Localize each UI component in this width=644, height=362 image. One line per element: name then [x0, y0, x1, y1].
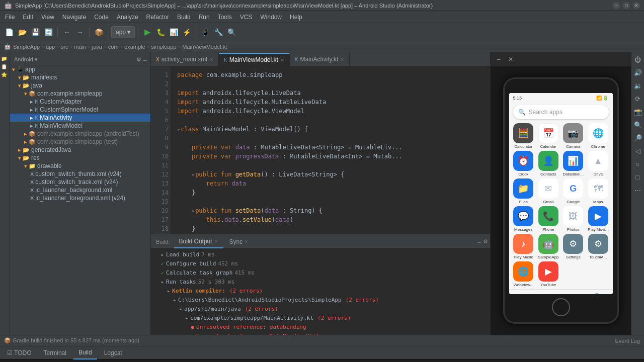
tab-close-kt[interactable]: ✕ [280, 57, 284, 63]
profile-button[interactable]: ⚡ [181, 26, 193, 38]
tree-java[interactable]: ▾ 📂 java [10, 81, 150, 89]
taskbar-start[interactable]: ⊞ [4, 360, 22, 363]
app-sample-app[interactable]: 🤖 SampleApp [537, 234, 560, 259]
tree-manifests[interactable]: ▾ 📂 manifests [10, 73, 150, 81]
rt-zoom-in-icon[interactable]: 🔍 [633, 120, 643, 130]
breadcrumb-simpleapp[interactable]: SimpleApp [13, 44, 40, 50]
tree-res[interactable]: ▾ 📂 res [10, 154, 150, 162]
app-maps[interactable]: 🗺 Maps [587, 178, 610, 204]
menu-analyze[interactable]: Analyze [114, 13, 141, 22]
breadcrumb-java[interactable]: java [92, 44, 102, 50]
app-play-music[interactable]: ♪ Play Music [512, 234, 535, 259]
tab-build-output[interactable]: Build Output ✕ [174, 235, 223, 248]
tree-ic-fg[interactable]: X ic_launcher_foreground.xml (v24) [10, 194, 150, 202]
tree-hide-icon[interactable]: – [143, 57, 146, 63]
taskbar-intellij[interactable]: 📝 [147, 360, 166, 363]
open-button[interactable]: 📂 [16, 26, 28, 38]
app-gmail[interactable]: ✉ Gmail [537, 178, 560, 204]
taskbar-android-studio[interactable]: 🤖 [127, 360, 145, 363]
app-phone[interactable]: 📞 Phone [537, 206, 560, 232]
breadcrumb-main[interactable]: main [74, 44, 86, 50]
phone-home-button[interactable] [552, 298, 570, 316]
tab-close-xml[interactable]: ✕ [209, 57, 213, 62]
tree-ic-bg[interactable]: X ic_launcher_background.xml [10, 186, 150, 194]
rt-rotate-icon[interactable]: ⟳ [633, 94, 643, 104]
forward-button[interactable]: → [74, 26, 86, 38]
tree-main-viewmodel[interactable]: ▸ K MainViewModel [10, 122, 150, 130]
menu-window[interactable]: Window [257, 13, 285, 22]
taskbar-search[interactable]: 🔍 [24, 360, 42, 363]
breadcrumb-src[interactable]: src [61, 44, 68, 50]
em-close[interactable]: ✕ [506, 54, 516, 64]
build-output-close[interactable]: ✕ [214, 239, 218, 244]
rt-back-icon[interactable]: ◁ [633, 146, 643, 156]
event-log-button[interactable]: Event Log [615, 338, 640, 344]
taskbar-badge[interactable]: 99+ [168, 360, 186, 363]
run-button[interactable]: ▶ [141, 26, 153, 38]
rt-zoom-out-icon[interactable]: 🔎 [633, 133, 643, 143]
tab-build[interactable]: Build [73, 346, 97, 359]
favorites-icon[interactable]: ⭐ [0, 70, 8, 78]
bottom-minimize-icon[interactable]: – [478, 239, 481, 245]
tab-todo[interactable]: ☑ TODO [2, 346, 37, 359]
tree-main-activity[interactable]: ▸ K MainActivity [10, 114, 150, 122]
tree-switch-track[interactable]: X custom_switch_track.xml (v24) [10, 178, 150, 186]
rt-screenshot-icon[interactable]: 📸 [633, 107, 643, 117]
app-files[interactable]: 📁 Files [512, 178, 535, 204]
app-play-movie[interactable]: ▶ Play Movi... [587, 206, 610, 232]
menu-tools[interactable]: Tools [215, 13, 235, 22]
build-artifact-button[interactable]: 📦 [93, 26, 105, 38]
tab-close-kt2[interactable]: ✕ [340, 57, 344, 62]
em-minimize[interactable]: – [494, 54, 504, 64]
save-button[interactable]: 💾 [29, 26, 41, 38]
menu-build[interactable]: Build [174, 13, 194, 22]
app-databinding[interactable]: 📊 DataBindi... [562, 151, 585, 176]
menu-edit[interactable]: Edit [20, 13, 36, 22]
app-contacts[interactable]: 👤 Contacts [537, 151, 560, 176]
breadcrumb-example[interactable]: example [124, 44, 145, 50]
tab-sync[interactable]: Sync ✕ [224, 235, 254, 248]
nav-home[interactable]: ○ [545, 293, 549, 295]
app-camera[interactable]: 📷 Camera [562, 123, 585, 149]
tab-logcat[interactable]: Logcat [99, 346, 127, 359]
app-drive[interactable]: ▲ Drive [587, 151, 610, 176]
tree-pkg-androidtest[interactable]: ▸ 📦 com.example.simpleapp (androidTest) [10, 130, 150, 138]
nav-search[interactable]: 🔍 [594, 293, 602, 295]
tree-drawable[interactable]: ▾ 📁 drawable [10, 162, 150, 170]
new-file-button[interactable]: 📄 [3, 26, 15, 38]
run-config-dropdown[interactable]: app ▾ [111, 26, 135, 38]
breadcrumb-simpleapp2[interactable]: simpleapp [151, 44, 176, 50]
debug-button[interactable]: 🐛 [154, 26, 167, 38]
menu-view[interactable]: View [38, 13, 57, 22]
tree-custom-spinner[interactable]: ▸ K CustomSpinnerModel [10, 106, 150, 114]
menu-vcs[interactable]: VCS [237, 13, 256, 22]
rt-square-icon[interactable]: □ [633, 172, 643, 182]
tree-settings-icon[interactable]: ⚙ [136, 56, 141, 63]
app-calculator[interactable]: 🧮 Calculator [512, 123, 535, 149]
rt-volume-icon[interactable]: 🔊 [633, 67, 643, 77]
rt-home-icon[interactable]: ○ [633, 159, 643, 169]
build-err-2[interactable]: ● Unresolved reference: DataBindingUtil [155, 332, 486, 335]
menu-run[interactable]: Run [196, 13, 213, 22]
bottom-settings-icon[interactable]: ⚙ [483, 238, 488, 245]
app-settings[interactable]: ⚙ Settings [562, 234, 585, 259]
search-button[interactable]: 🔍 [225, 26, 237, 38]
tab-main-viewmodel-kt[interactable]: K MainViewModel.kt ✕ [219, 53, 290, 66]
menu-navigate[interactable]: Navigate [59, 13, 89, 22]
menu-help[interactable]: Help [287, 13, 305, 22]
nav-back[interactable]: ◁ [519, 293, 525, 295]
rt-power-icon[interactable]: ⏻ [633, 54, 643, 64]
breadcrumb-com[interactable]: com [108, 44, 119, 50]
tree-switch-thumb[interactable]: X custom_switch_thumb.xml (v24) [10, 170, 150, 178]
tree-generated-java[interactable]: ▸ 📂 generatedJava [10, 146, 150, 154]
minimize-button[interactable]: – [613, 2, 620, 9]
nav-recents[interactable]: □ [570, 293, 574, 295]
app-chrome[interactable]: 🌐 Chrome [587, 123, 610, 149]
tab-terminal[interactable]: Terminal [39, 346, 71, 359]
tab-main-activity-kt[interactable]: K MainActivity.kt ✕ [290, 53, 350, 66]
sync-button[interactable]: 🔄 [42, 26, 54, 38]
app-webview[interactable]: 🌐 WebView... [512, 261, 535, 287]
app-touchia[interactable]: ⚙ TouchiA... [587, 234, 610, 259]
app-calendar[interactable]: 📅 Calendar [537, 123, 560, 149]
coverage-button[interactable]: 📊 [168, 26, 180, 38]
